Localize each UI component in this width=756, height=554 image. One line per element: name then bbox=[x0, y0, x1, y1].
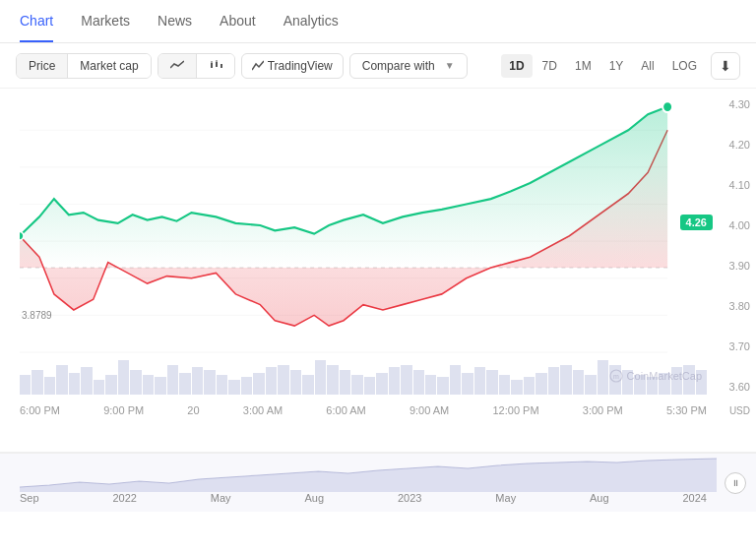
svg-rect-2 bbox=[216, 62, 218, 67]
mini-label-2022: 2022 bbox=[112, 492, 136, 504]
nav-analytics[interactable]: Analytics bbox=[284, 1, 339, 42]
watermark-text: CoinMarketCap bbox=[627, 370, 702, 382]
x-label-300pm: 3:00 PM bbox=[583, 404, 623, 416]
volume-bar bbox=[548, 367, 559, 395]
volume-bar bbox=[315, 360, 326, 395]
mini-label-aug22: Aug bbox=[305, 492, 325, 504]
volume-bar bbox=[32, 370, 42, 395]
chevron-down-icon: ▼ bbox=[445, 60, 455, 71]
volume-bar bbox=[585, 375, 596, 395]
volume-bar bbox=[524, 377, 535, 395]
x-label-600am: 6:00 AM bbox=[326, 404, 365, 416]
volume-bar bbox=[167, 365, 178, 395]
line-chart-btn[interactable] bbox=[158, 54, 197, 78]
start-price-label: 3.8789 bbox=[22, 310, 52, 321]
volume-bar bbox=[376, 373, 387, 395]
volume-bar bbox=[266, 367, 277, 395]
volume-bar bbox=[327, 365, 338, 395]
volume-bar bbox=[143, 375, 154, 395]
time-buttons: 1D 7D 1M 1Y All LOG bbox=[501, 54, 705, 78]
volume-bar bbox=[228, 380, 239, 395]
volume-bar bbox=[241, 377, 252, 395]
time-1m[interactable]: 1M bbox=[567, 54, 599, 78]
compare-dropdown[interactable]: Compare with ▼ bbox=[349, 53, 468, 79]
y-label-360: 3.60 bbox=[717, 381, 750, 393]
volume-bar bbox=[253, 373, 264, 395]
mini-label-sep: Sep bbox=[20, 492, 39, 504]
time-1d[interactable]: 1D bbox=[501, 54, 532, 78]
volume-bar bbox=[450, 365, 461, 395]
volume-bar bbox=[425, 375, 436, 395]
nav-news[interactable]: News bbox=[158, 1, 192, 42]
volume-bar bbox=[511, 380, 522, 395]
svg-text:m: m bbox=[613, 373, 619, 380]
volume-bar bbox=[192, 367, 203, 395]
volume-bar bbox=[69, 373, 80, 395]
x-label-600pm: 6:00 PM bbox=[20, 404, 60, 416]
x-label-900am: 9:00 AM bbox=[410, 404, 449, 416]
nav-markets[interactable]: Markets bbox=[81, 1, 130, 42]
volume-bar bbox=[389, 367, 400, 395]
x-label-900pm: 9:00 PM bbox=[103, 404, 144, 416]
pause-button[interactable]: ⏸ bbox=[724, 472, 746, 494]
mini-label-may22: May bbox=[211, 492, 231, 504]
x-label-530pm: 5:30 PM bbox=[666, 404, 707, 416]
volume-bar bbox=[462, 373, 472, 395]
line-icon bbox=[170, 60, 184, 70]
time-all[interactable]: All bbox=[633, 54, 662, 78]
mini-label-aug23: Aug bbox=[590, 492, 609, 504]
y-label-400: 4.00 bbox=[717, 219, 750, 231]
download-button[interactable]: ⬇ bbox=[711, 52, 740, 80]
time-7d[interactable]: 7D bbox=[535, 54, 565, 78]
tradingview-icon bbox=[252, 60, 264, 72]
marketcap-button[interactable]: Market cap bbox=[68, 54, 150, 78]
y-label-420: 4.20 bbox=[717, 139, 750, 151]
x-label-20: 20 bbox=[187, 404, 199, 416]
nav-chart[interactable]: Chart bbox=[20, 1, 53, 42]
volume-bar bbox=[536, 373, 546, 395]
watermark: m CoinMarketCap bbox=[609, 369, 702, 383]
volume-bar bbox=[204, 370, 215, 395]
volume-bar bbox=[437, 377, 448, 395]
volume-bar bbox=[81, 367, 92, 395]
mini-label-may23: May bbox=[495, 492, 516, 504]
volume-bar bbox=[118, 360, 129, 395]
y-axis: 4.30 4.20 4.10 4.00 3.90 3.80 3.70 3.60 bbox=[717, 98, 750, 393]
volume-bar bbox=[44, 377, 55, 395]
volume-bars bbox=[20, 340, 707, 395]
volume-bar bbox=[302, 375, 313, 395]
volume-bar bbox=[486, 370, 497, 395]
volume-bar bbox=[179, 373, 190, 395]
tradingview-label: TradingView bbox=[268, 59, 333, 73]
x-label-1200pm: 12:00 PM bbox=[492, 404, 538, 416]
volume-bar bbox=[278, 365, 288, 395]
mini-label-2024: 2024 bbox=[683, 492, 707, 504]
current-price-badge: 4.26 bbox=[680, 215, 713, 230]
compare-label: Compare with bbox=[362, 59, 435, 73]
y-label-370: 3.70 bbox=[717, 340, 750, 352]
candle-chart-btn[interactable] bbox=[197, 54, 234, 78]
mini-chart[interactable] bbox=[20, 458, 717, 492]
time-1y[interactable]: 1Y bbox=[601, 54, 632, 78]
volume-bar bbox=[105, 375, 116, 395]
svg-rect-4 bbox=[220, 64, 222, 68]
nav-bar: Chart Markets News About Analytics bbox=[0, 0, 756, 43]
usd-label: USD bbox=[729, 405, 750, 416]
price-button[interactable]: Price bbox=[17, 54, 68, 78]
y-label-430: 4.30 bbox=[717, 98, 750, 110]
nav-about[interactable]: About bbox=[220, 1, 256, 42]
volume-bar bbox=[56, 365, 67, 395]
volume-bar bbox=[560, 365, 571, 395]
volume-bar bbox=[598, 360, 608, 395]
coinmarketcap-logo: m bbox=[609, 369, 623, 383]
volume-bar bbox=[20, 375, 31, 395]
tradingview-btn[interactable]: TradingView bbox=[241, 53, 344, 79]
volume-bar bbox=[94, 380, 104, 395]
volume-bar bbox=[351, 375, 362, 395]
volume-bar bbox=[499, 375, 510, 395]
volume-bar bbox=[413, 370, 424, 395]
mini-chart-svg bbox=[20, 458, 717, 492]
svg-point-14 bbox=[662, 101, 672, 112]
y-label-390: 3.90 bbox=[717, 260, 750, 272]
time-log[interactable]: LOG bbox=[664, 54, 705, 78]
